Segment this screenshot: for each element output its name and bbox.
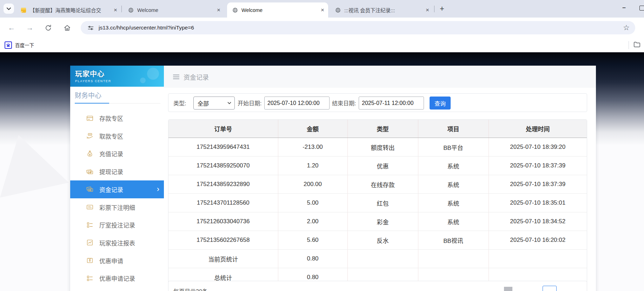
- tab-title: 【新提醒】海燕策略论坛综合交: [30, 6, 110, 14]
- column-header: 处理时间: [489, 120, 587, 138]
- search-button[interactable]: 查询: [430, 97, 451, 110]
- table-cell: 2.00: [278, 212, 347, 231]
- browser-tab[interactable]: Welcome×: [123, 2, 224, 18]
- baidu-paw-icon: [5, 41, 12, 49]
- maximize-button[interactable]: [639, 6, 644, 11]
- table-cell: 1752135602267658: [168, 231, 278, 250]
- sidebar-item-label: 优惠申请: [99, 256, 123, 265]
- sidebar-item[interactable]: 玩家投注报表›: [70, 234, 164, 252]
- ticket-list-icon: [86, 203, 94, 211]
- home-icon: [64, 24, 71, 32]
- sidebar-item[interactable]: 提现记录›: [70, 163, 164, 180]
- reload-button[interactable]: [43, 22, 53, 33]
- table-row: 17521356022676585.60反水BB视讯2025-07-10 16:…: [168, 231, 587, 250]
- sidebar-item[interactable]: 优惠申请记录›: [70, 269, 164, 287]
- sidebar-item[interactable]: 存款专区›: [70, 109, 164, 127]
- tab-search-button[interactable]: [4, 4, 14, 14]
- forward-button[interactable]: →: [25, 22, 35, 33]
- table-cell: BB视讯: [418, 231, 489, 250]
- sidebar-item[interactable]: 彩票下注明细›: [70, 198, 164, 216]
- type-label: 类型:: [173, 94, 186, 112]
- report-chart-icon: [86, 239, 94, 246]
- site-info-icon[interactable]: [87, 25, 94, 31]
- table-cell: 优惠: [347, 157, 418, 175]
- coins-icon: [86, 185, 94, 193]
- main-area: 资金记录 类型: 全部 开始日期: 结束日期: 查询: [164, 66, 596, 291]
- wallet-icon: [86, 168, 94, 176]
- sidebar-header: 玩家中心 PLAYERS CENTER: [70, 66, 164, 87]
- reload-icon: [45, 24, 52, 32]
- table-cell: 系统: [418, 175, 489, 194]
- other-bookmarks-folder-icon[interactable]: [633, 41, 642, 49]
- deposit-card-icon: [86, 114, 94, 122]
- column-header: 订单号: [168, 120, 278, 138]
- tab-close-icon[interactable]: ×: [320, 7, 325, 13]
- tab-strip: 【新提醒】海燕策略论坛综合交×Welcome×Welcome×:::视讯 会员下…: [0, 0, 644, 18]
- browser-tab[interactable]: Welcome×: [227, 2, 328, 18]
- page-title-bar: 资金记录: [164, 66, 596, 88]
- sidebar-item-label: 优惠申请记录: [99, 274, 135, 283]
- start-date-input[interactable]: [264, 97, 330, 110]
- table-cell: 1752143959647431: [168, 138, 278, 157]
- address-bar[interactable]: js13.cc/hhcp/usercenter.html?iniType=6 ☆: [81, 21, 635, 34]
- table-cell: 1752143859232890: [168, 175, 278, 194]
- page-content: 玩家中心 PLAYERS CENTER 财务中心 存款专区›取款专区›充值记录›…: [0, 52, 644, 291]
- sidebar-item-label: 玩家投注报表: [99, 238, 135, 247]
- pagination-control[interactable]: [504, 287, 512, 291]
- globe-icon: [232, 7, 238, 13]
- chevron-right-icon: ›: [157, 185, 159, 193]
- bookmarks-bar: 百度一下: [0, 38, 644, 52]
- bookmark-star-icon[interactable]: ☆: [623, 24, 630, 32]
- section-underline: [109, 103, 160, 104]
- table-cell: 1752143859250070: [168, 157, 278, 175]
- tab-title: :::视讯 会员下注纪录:::: [344, 6, 422, 14]
- new-tab-button[interactable]: +: [437, 4, 447, 13]
- section-underline-accent: [75, 103, 109, 104]
- browser-window: 【新提醒】海燕策略论坛综合交×Welcome×Welcome×:::视讯 会员下…: [0, 0, 644, 291]
- table-cell: 红包: [347, 194, 418, 212]
- end-date-input[interactable]: [359, 97, 424, 110]
- table-cell: -213.00: [278, 138, 347, 157]
- table-cell: 5.60: [278, 231, 347, 250]
- sidebar-item[interactable]: 厅室投注记录›: [70, 216, 164, 234]
- tab-divider: [434, 6, 434, 12]
- table-header-row: 订单号金额类型项目处理时间: [168, 120, 587, 138]
- tab-close-icon[interactable]: ×: [216, 7, 221, 13]
- chevron-down-icon: [227, 102, 231, 104]
- bookmark-label: 百度一下: [15, 41, 34, 48]
- browser-tab[interactable]: 【新提醒】海燕策略论坛综合交×: [15, 2, 121, 18]
- sidebar-item-label: 提现记录: [99, 167, 123, 176]
- sidebar-item-label: 彩票下注明细: [99, 203, 135, 212]
- sidebar-item-label: 厅室投注记录: [99, 220, 135, 229]
- start-date-label: 开始日期:: [238, 94, 261, 112]
- tab-title: Welcome: [241, 7, 317, 13]
- promo-envelope-icon: [86, 257, 94, 264]
- table-cell: BB平台: [418, 138, 489, 157]
- table-cell: 2025-07-10 18:39:20: [489, 138, 587, 157]
- grid-list-icon: [86, 275, 94, 282]
- moneybag-icon: [86, 150, 94, 158]
- back-button[interactable]: ←: [6, 22, 17, 33]
- table-cell: [347, 250, 418, 268]
- home-button[interactable]: [62, 22, 72, 33]
- sidebar-item[interactable]: 取款专区›: [70, 127, 164, 145]
- url-text[interactable]: js13.cc/hhcp/usercenter.html?iniType=6: [99, 25, 623, 31]
- browser-tab[interactable]: :::视讯 会员下注纪录:::×: [330, 2, 433, 18]
- table-cell: 1.20: [278, 157, 347, 175]
- tab-close-icon[interactable]: ×: [113, 7, 118, 13]
- sidebar-item-label: 取款专区: [99, 132, 123, 140]
- tab-close-icon[interactable]: ×: [425, 7, 430, 13]
- table-cell: 200.00: [278, 175, 347, 194]
- chevron-down-icon: [7, 7, 11, 10]
- type-select[interactable]: 全部: [193, 97, 235, 110]
- sidebar-item[interactable]: 优惠申请›: [70, 252, 164, 270]
- table-row: 当前页统计0.80: [168, 250, 587, 268]
- table-cell: [489, 250, 587, 268]
- sidebar-item[interactable]: 资金记录›: [70, 180, 164, 198]
- page-number-box[interactable]: [543, 286, 557, 291]
- bookmark-baidu[interactable]: 百度一下: [5, 40, 34, 49]
- filter-bar: 类型: 全部 开始日期: 结束日期: 查询: [168, 93, 587, 112]
- sidebar-item[interactable]: 充值记录›: [70, 145, 164, 163]
- minimize-button[interactable]: −: [619, 2, 629, 13]
- table-cell: 反水: [347, 231, 418, 250]
